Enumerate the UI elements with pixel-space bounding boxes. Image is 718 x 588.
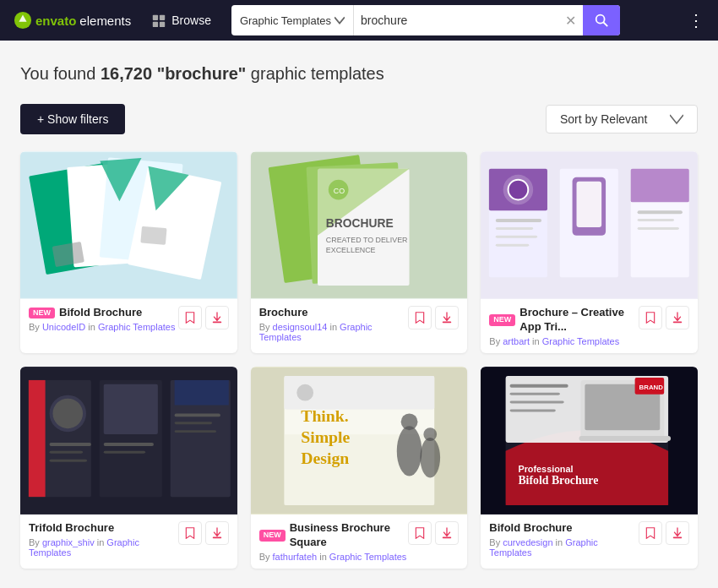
download-icon <box>672 312 683 324</box>
card-4[interactable]: Trifold BrochureBy graphix_shiv in Graph… <box>20 367 237 569</box>
download-icon <box>211 527 223 539</box>
toolbar: + Show filters Sort by Relevant <box>20 104 698 134</box>
card-info-1: NEWBifold BrochureBy UnicodeID in Graphi… <box>29 306 178 332</box>
card-footer-5: NEWBusiness Brochure SquareBy fathurfate… <box>251 514 468 569</box>
card-category-link[interactable]: Graphic Templates <box>329 552 407 562</box>
card-thumbnail-5[interactable]: Think. Simple Design <box>251 367 468 514</box>
bookmark-icon <box>184 312 196 324</box>
card-actions-1 <box>178 306 229 329</box>
card-meta-6: By curvedesign in Graphic Templates <box>489 537 639 558</box>
download-button[interactable] <box>435 306 459 329</box>
bookmark-icon <box>645 527 656 539</box>
card-info-2: BrochureBy designsoul14 in Graphic Templ… <box>259 306 409 342</box>
search-category-selector[interactable]: Graphic Templates <box>231 5 354 35</box>
card-title-text: Brochure – Creative App Tri... <box>519 306 639 335</box>
search-input[interactable] <box>354 5 558 35</box>
bookmark-icon <box>184 527 196 539</box>
card-meta-1: By UnicodeID in Graphic Templates <box>29 322 178 332</box>
bookmark-icon <box>645 312 656 324</box>
card-1[interactable]: NEWBifold BrochureBy UnicodeID in Graphi… <box>20 151 237 353</box>
bookmark-button[interactable] <box>178 521 202 545</box>
card-thumbnail-4[interactable] <box>20 367 237 514</box>
svg-rect-37 <box>496 236 537 238</box>
bookmark-icon <box>414 527 426 539</box>
new-badge: NEW <box>489 314 515 326</box>
card-meta-2: By designsoul14 in Graphic Templates <box>259 322 409 342</box>
card-actions-2 <box>408 306 459 329</box>
bookmark-button[interactable] <box>408 521 432 545</box>
card-title-text: Bifold Brochure <box>59 306 142 320</box>
svg-rect-51 <box>104 384 158 434</box>
download-button[interactable] <box>666 521 689 545</box>
card-thumbnail-6[interactable]: BRAND Professional Bifold Brochure <box>481 367 698 514</box>
card-3[interactable]: NEWBrochure – Creative App Tri...By artb… <box>481 151 698 353</box>
card-thumbnail-1[interactable] <box>20 151 237 299</box>
card-6[interactable]: BRAND Professional Bifold Brochure Bifol… <box>481 367 698 569</box>
svg-rect-50 <box>29 380 46 497</box>
svg-rect-56 <box>50 451 83 454</box>
svg-text:EXCELLENCE: EXCELLENCE <box>326 246 376 254</box>
card-2[interactable]: BROCHURE CREATED TO DELIVER EXCELLENCE C… <box>251 151 468 353</box>
card-author-link[interactable]: designsoul14 <box>273 322 328 332</box>
svg-text:Bifold Brochure: Bifold Brochure <box>519 474 599 487</box>
bookmark-button[interactable] <box>178 306 202 329</box>
svg-rect-36 <box>496 227 533 230</box>
download-button[interactable] <box>666 306 689 329</box>
svg-rect-27 <box>443 321 452 323</box>
card-5[interactable]: Think. Simple Design NEWBusiness Brochur… <box>251 367 468 569</box>
search-submit-button[interactable] <box>583 5 620 35</box>
card-author-link[interactable]: fathurfateh <box>273 552 318 562</box>
results-count: 16,720 <box>101 64 152 83</box>
download-button[interactable] <box>205 521 229 545</box>
card-thumbnail-3[interactable] <box>481 151 698 299</box>
svg-rect-88 <box>510 393 560 395</box>
svg-rect-3 <box>153 22 158 27</box>
browse-button[interactable]: Browse <box>144 9 218 31</box>
card-author-link[interactable]: artbart <box>503 336 530 346</box>
logo-elements-text: elements <box>79 14 131 28</box>
download-button[interactable] <box>205 306 229 329</box>
card-footer-3: NEWBrochure – Creative App Tri...By artb… <box>481 299 698 353</box>
download-button[interactable] <box>435 521 459 545</box>
svg-point-73 <box>423 427 437 441</box>
card-category-link[interactable]: Graphic Templates <box>542 336 620 346</box>
card-footer-6: Bifold BrochureBy curvedesign in Graphic… <box>481 514 698 564</box>
card-category-link[interactable]: Graphic Templates <box>98 322 176 332</box>
bookmark-button[interactable] <box>639 306 662 329</box>
svg-rect-60 <box>175 413 220 416</box>
sort-dropdown[interactable]: Sort by Relevant <box>546 105 698 133</box>
svg-rect-89 <box>510 400 564 403</box>
search-clear-button[interactable]: ✕ <box>558 13 583 29</box>
svg-rect-90 <box>510 409 556 411</box>
svg-rect-15 <box>140 226 166 245</box>
svg-point-71 <box>400 413 417 430</box>
svg-rect-54 <box>175 380 229 406</box>
svg-point-34 <box>509 180 529 200</box>
card-author-link[interactable]: UnicodeID <box>42 322 85 332</box>
bookmark-button[interactable] <box>639 521 662 545</box>
download-icon <box>441 312 453 324</box>
header-menu-button[interactable]: ⋮ <box>688 10 704 30</box>
card-author-link[interactable]: graphix_shiv <box>42 537 95 547</box>
new-badge: NEW <box>29 308 55 319</box>
card-title-text: Business Brochure Square <box>290 521 409 550</box>
card-footer-1: NEWBifold BrochureBy UnicodeID in Graphi… <box>20 299 237 339</box>
card-actions-4 <box>178 521 229 545</box>
svg-text:Think.: Think. <box>301 406 349 425</box>
card-meta-5: By fathurfateh in Graphic Templates <box>259 552 409 562</box>
card-title-4: Trifold Brochure <box>29 521 178 536</box>
card-thumbnail-2[interactable]: BROCHURE CREATED TO DELIVER EXCELLENCE C… <box>251 151 468 299</box>
svg-rect-16 <box>212 321 221 323</box>
card-author-link[interactable]: curvedesign <box>503 537 552 547</box>
logo[interactable]: envatoelements <box>14 11 131 30</box>
svg-point-75 <box>296 384 313 401</box>
new-badge: NEW <box>259 530 286 542</box>
card-actions-3 <box>639 306 689 329</box>
bookmark-button[interactable] <box>408 306 432 329</box>
svg-text:Professional: Professional <box>519 463 574 473</box>
sort-label: Sort by Relevant <box>560 112 648 126</box>
bookmark-icon <box>414 312 426 324</box>
card-footer-4: Trifold BrochureBy graphix_shiv in Graph… <box>20 514 237 564</box>
card-title-5: NEWBusiness Brochure Square <box>259 521 409 550</box>
show-filters-button[interactable]: + Show filters <box>20 104 125 134</box>
